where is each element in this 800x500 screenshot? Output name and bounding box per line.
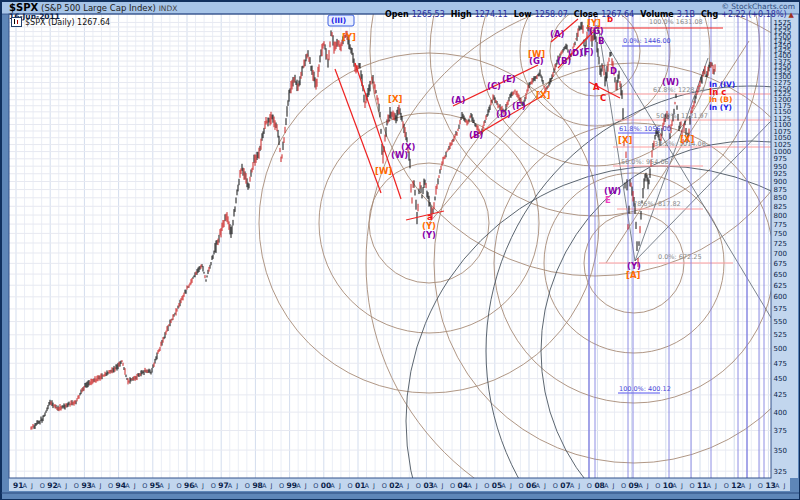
price-tick-label: 325 [774,468,787,476]
index-type-label: INDX [159,4,178,13]
wave-label: (III) [331,16,346,25]
price-tick-label: 850 [774,194,787,202]
quarter-tick-label: A [707,482,712,490]
quarter-tick-label: O [108,482,113,490]
ohlc-quote-line: Open1265.53High1274.11Low1258.07Close126… [379,10,794,19]
quarter-tick-label: A [501,482,506,490]
fib-value-label: 100.0%: 400.12 [619,385,671,393]
quote-value-chg: +2.22 (+0.18%) [721,10,786,19]
fib-value-label: 50.0%: 1121.97 [656,112,708,120]
wave-label: E [605,195,611,205]
quarter-tick-label: J [543,482,546,490]
quote-value-low: 1258.07 [535,10,568,19]
quarter-tick-label: A [775,482,780,490]
quarter-tick-label: O [245,482,250,490]
wave-label: [X] [536,90,550,100]
price-tick-label: 825 [774,203,787,211]
wave-label: [X] [618,135,632,145]
price-tick-label: 525 [774,331,787,339]
quarter-tick-label: O [621,482,626,490]
quarter-tick-label: O [176,482,181,490]
quarter-tick-label: J [372,482,375,490]
quarter-tick-label: O [518,482,523,490]
price-tick-label: 800 [774,212,787,220]
quarter-tick-label: J [509,482,512,490]
price-tick-label: 675 [774,260,787,268]
quarter-tick-label: J [99,482,102,490]
quarter-tick-label: O [484,482,489,490]
wave-label: In (Y) [709,103,732,112]
quarter-tick-label: A [228,482,233,490]
quarter-tick-label: A [159,482,164,490]
price-tick-label: 400 [774,409,787,417]
wave-label: [A] [626,270,640,280]
quote-label-chg: Chg [701,10,718,19]
price-tick-label: 500 [774,345,787,353]
price-tick-label: 875 [774,186,787,194]
quote-label-close: Close [574,10,598,19]
quote-label-open: Open [385,10,409,19]
quarter-tick-label: A [433,482,438,490]
stockcharts-chart-window: 1575155015251500147514501425140013751350… [0,0,800,500]
quarter-tick-label: J [646,482,649,490]
price-tick-label: 700 [774,250,787,258]
quarter-tick-label: J [30,482,33,490]
wave-label: A [593,82,600,92]
quarter-tick-label: A [604,482,609,490]
wave-label: B [598,36,604,46]
quarter-tick-label: O [655,482,660,490]
wave-label: C [600,93,606,103]
wave-label: (E) [502,74,516,84]
quarter-tick-label: A [399,482,404,490]
wave-label: [X] [680,134,694,144]
fib-value-label: 0.0%: 1446.00 [623,37,671,45]
quarter-tick-label: A [536,482,541,490]
quarter-tick-label: A [467,482,472,490]
quarter-tick-label: J [680,482,683,490]
quarter-tick-label: O [587,482,592,490]
quarter-tick-label: A [296,482,301,490]
quarter-tick-label: A [57,482,62,490]
quote-label-low: Low [514,10,532,19]
price-tick-label: 375 [774,427,787,435]
price-tick-label: 650 [774,271,787,279]
quote-value-high: 1274.11 [475,10,508,19]
wave-label: [X] [388,94,402,104]
price-tick-label: 475 [774,360,787,368]
quarter-tick-label: O [553,482,558,490]
price-tick-label: 425 [774,391,787,399]
wave-label: (A) [451,95,465,105]
fib-value-label: 61.8%: 1056.00 [619,125,671,133]
quarter-tick-label: O [450,482,455,490]
quarter-tick-label: O [347,482,352,490]
fib-value-label: 50.0%: 954.06 [621,158,669,166]
quote-label-volume: Volume [640,10,673,19]
plot-background [9,14,771,478]
price-tick-label: 625 [774,282,787,290]
quarter-tick-label: A [330,482,335,490]
quarter-tick-label: J [577,482,580,490]
price-tick-label: 350 [774,447,787,455]
wave-label: (G) [589,26,604,36]
fib-value-label: 100.0% 1631.08 [649,18,703,26]
wave-label: (W) [662,77,679,87]
fib-value-label: 78.6%: 817.82 [633,200,681,208]
quarter-tick-label: J [406,482,409,490]
quarter-tick-label: O [724,482,729,490]
quarter-tick-label: J [167,482,170,490]
quarter-tick-label: A [570,482,575,490]
wave-label: (F) [580,47,594,57]
quarter-tick-label: J [783,482,786,490]
quarter-tick-label: J [304,482,307,490]
chart-legend: $SPX (Daily) 1267.64 [11,17,110,27]
quote-value-open: 1265.53 [412,10,445,19]
fib-value-label: 61.8%: 1228.74 [653,86,705,94]
quarter-tick-label: O [40,482,45,490]
wave-label: [W] [375,166,392,176]
wave-label: (A) [550,29,564,39]
spx-daily-chart: 1575155015251500147514501425140013751350… [1,1,800,500]
quote-value-close: 1267.64 [601,10,634,19]
quarter-tick-label: A [91,482,96,490]
legend-label: $SPX (Daily) 1267.64 [25,18,110,27]
quarter-tick-label: O [74,482,79,490]
